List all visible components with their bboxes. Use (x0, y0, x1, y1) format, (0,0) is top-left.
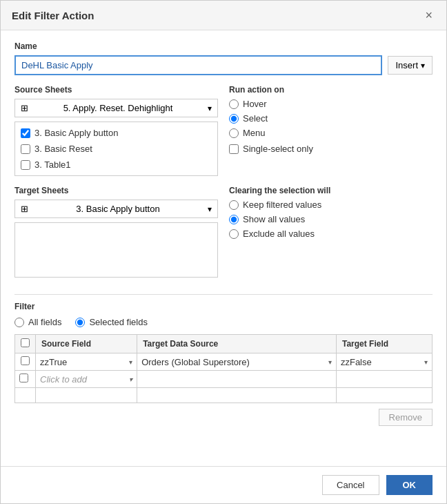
filter-selected-fields[interactable]: Selected fields (75, 317, 148, 327)
divider (14, 294, 433, 295)
filter-radio-row: All fields Selected fields (14, 317, 433, 327)
cancel-button[interactable]: Cancel (322, 475, 379, 495)
clearing-col: Clearing the selection will Keep filtere… (229, 186, 433, 278)
source-field-wrapper: zzTrue ▾ (40, 357, 132, 367)
filter-table-empty-row-1 (15, 388, 433, 403)
remove-btn-row: Remove (14, 409, 433, 426)
dialog-header: Edit Filter Action × (1, 1, 446, 30)
target-clearing-row: Target Sheets ⊞ 3. Basic Apply button Cl… (14, 186, 433, 278)
name-label: Name (14, 41, 433, 51)
single-select-checkbox[interactable] (229, 144, 239, 154)
radio-hover[interactable] (229, 99, 239, 109)
source-sheet-label-2: 3. Table1 (34, 159, 71, 170)
edit-filter-action-dialog: Edit Filter Action × Name Insert Source … (0, 0, 447, 504)
source-sheet-checkbox-0[interactable] (21, 128, 30, 138)
filter-all-fields[interactable]: All fields (14, 317, 61, 327)
insert-button[interactable]: Insert (388, 56, 433, 75)
source-sheet-item-1[interactable]: 3. Basic Reset (15, 141, 217, 157)
source-run-row: Source Sheets ⊞ 5. Apply. Reset. Dehighl… (14, 85, 433, 176)
name-row: Insert (14, 55, 433, 75)
row-checkbox-cell (15, 353, 36, 371)
target-field-wrapper: zzFalse ▾ (341, 357, 428, 367)
name-input[interactable] (14, 55, 382, 75)
add-row-checkbox[interactable] (19, 374, 28, 382)
run-action-select[interactable]: Select (229, 113, 433, 124)
target-sheets-box (14, 222, 218, 278)
source-sheets-col: Source Sheets ⊞ 5. Apply. Reset. Dehighl… (14, 85, 218, 176)
filter-table-add-row[interactable]: Click to add ▾ (15, 371, 433, 388)
clearing-label: Clearing the selection will (229, 186, 433, 195)
ok-button[interactable]: OK (386, 475, 433, 495)
filter-section: Filter All fields Selected fields (14, 302, 433, 426)
source-sheets-dropdown[interactable]: ⊞ 5. Apply. Reset. Dehighlight (14, 99, 218, 117)
radio-select[interactable] (229, 114, 239, 124)
add-row-checkbox-cell (15, 371, 36, 388)
target-ds-wrapper: Orders (Global Superstore) ▾ (141, 357, 332, 367)
radio-all-fields[interactable] (14, 318, 24, 327)
radio-menu-label: Menu (243, 128, 266, 138)
single-select-label: Single-select only (243, 144, 313, 154)
add-row-ds-cell (137, 371, 337, 388)
source-sheet-item-2[interactable]: 3. Table1 (15, 157, 217, 173)
source-sheet-checkbox-2[interactable] (21, 160, 30, 170)
clearing-radio-group: Keep filtered values Show all values Exc… (229, 200, 433, 239)
source-sheet-item-0[interactable]: 3. Basic Apply button (15, 125, 217, 141)
target-ds-arrow-icon[interactable]: ▾ (328, 358, 332, 366)
dialog-footer: Cancel OK (1, 466, 446, 503)
radio-keep-label: Keep filtered values (243, 200, 321, 210)
filter-header: Filter (14, 302, 433, 311)
add-row-tf-cell (336, 371, 432, 388)
run-action-menu[interactable]: Menu (229, 128, 433, 138)
source-field-cell: zzTrue ▾ (36, 353, 137, 371)
source-sheets-list: 3. Basic Apply button 3. Basic Reset 3. … (14, 122, 218, 176)
radio-show[interactable] (229, 215, 239, 224)
target-sheets-label: Target Sheets (14, 186, 218, 195)
remove-button[interactable]: Remove (379, 409, 433, 426)
radio-keep[interactable] (229, 200, 239, 210)
dialog-title: Edit Filter Action (12, 10, 94, 21)
th-target-data-source: Target Data Source (137, 335, 337, 353)
th-source-field: Source Field (36, 335, 137, 353)
run-action-label: Run action on (229, 85, 433, 95)
run-action-col: Run action on Hover Select Menu (229, 85, 433, 176)
radio-menu[interactable] (229, 128, 239, 138)
target-sheets-dropdown[interactable]: ⊞ 3. Basic Apply button (14, 200, 218, 218)
row-checkbox-0[interactable] (21, 356, 30, 365)
radio-selected-fields[interactable] (75, 318, 85, 327)
add-row-arrow-icon[interactable]: ▾ (129, 376, 132, 383)
source-sheet-checkbox-1[interactable] (21, 144, 30, 154)
add-row-wrapper: Click to add ▾ (40, 374, 132, 385)
target-sheets-chevron-icon (208, 204, 212, 214)
source-field-value: zzTrue (40, 357, 67, 367)
select-all-checkbox[interactable] (21, 338, 30, 347)
target-field-arrow-icon[interactable]: ▾ (424, 358, 428, 366)
clearing-keep[interactable]: Keep filtered values (229, 200, 433, 210)
add-row-source-cell: Click to add ▾ (36, 371, 137, 388)
empty-cell-1b (36, 388, 137, 403)
dialog-body: Name Insert Source Sheets ⊞ 5. Apply. Re… (1, 30, 446, 466)
source-field-arrow-icon[interactable]: ▾ (129, 358, 132, 366)
insert-chevron-icon (421, 60, 425, 70)
close-button[interactable]: × (422, 9, 435, 21)
th-target-field: Target Field (336, 335, 432, 353)
target-field-cell: zzFalse ▾ (336, 353, 432, 371)
radio-exclude-label: Exclude all values (243, 229, 315, 239)
target-ds-value: Orders (Global Superstore) (141, 357, 250, 367)
run-action-hover[interactable]: Hover (229, 99, 433, 109)
source-sheet-label-1: 3. Basic Reset (34, 144, 92, 154)
target-sheets-col: Target Sheets ⊞ 3. Basic Apply button (14, 186, 218, 278)
clearing-show[interactable]: Show all values (229, 214, 433, 224)
th-checkbox (15, 335, 36, 353)
add-row-label: Click to add (40, 374, 87, 385)
radio-select-label: Select (243, 113, 268, 124)
single-select-only[interactable]: Single-select only (229, 144, 433, 154)
target-field-value: zzFalse (341, 357, 372, 367)
run-action-radio-group: Hover Select Menu Single-select only (229, 99, 433, 154)
empty-cell-1c (137, 388, 337, 403)
grid-icon: ⊞ (21, 103, 28, 113)
empty-cell-1d (336, 388, 432, 403)
radio-exclude[interactable] (229, 229, 239, 239)
source-sheets-label: Source Sheets (14, 85, 218, 95)
empty-cell-1a (15, 388, 36, 403)
clearing-exclude[interactable]: Exclude all values (229, 229, 433, 239)
